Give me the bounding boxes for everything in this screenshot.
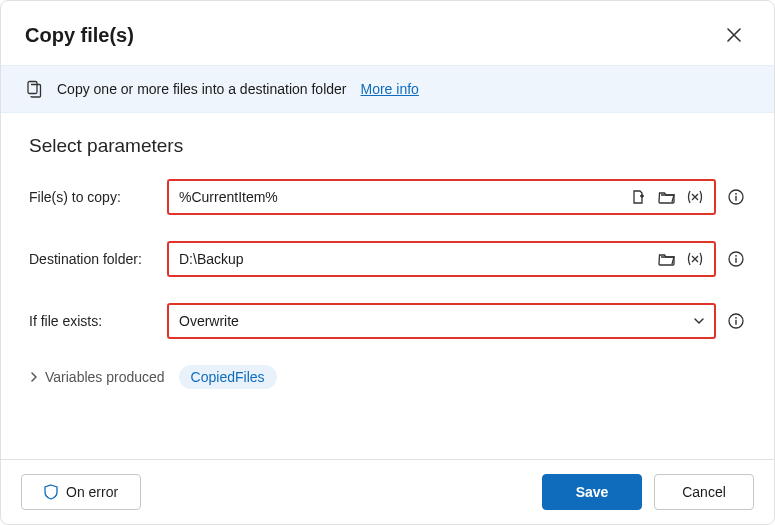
variable-picker-icon[interactable] <box>684 248 706 270</box>
svg-rect-0 <box>28 82 37 94</box>
info-banner: Copy one or more files into a destinatio… <box>1 65 774 113</box>
cancel-button[interactable]: Cancel <box>654 474 754 510</box>
file-picker-icon[interactable] <box>628 186 650 208</box>
svg-point-8 <box>735 317 737 319</box>
row-files-to-copy: File(s) to copy: %CurrentItem% <box>29 179 746 215</box>
dest-value: D:\Backup <box>179 251 656 267</box>
close-button[interactable] <box>718 19 750 51</box>
section-heading: Select parameters <box>29 135 746 157</box>
files-value: %CurrentItem% <box>179 189 628 205</box>
shield-icon <box>44 484 58 500</box>
variables-label: Variables produced <box>45 369 165 385</box>
chevron-right-icon <box>29 372 39 382</box>
files-field[interactable]: %CurrentItem% <box>167 179 716 215</box>
files-info-icon[interactable] <box>726 187 746 207</box>
row-if-file-exists: If file exists: Overwrite <box>29 303 746 339</box>
more-info-link[interactable]: More info <box>361 81 419 97</box>
svg-rect-6 <box>735 258 736 263</box>
dest-field-icons <box>656 248 706 270</box>
folder-picker-icon[interactable] <box>656 186 678 208</box>
svg-point-2 <box>735 193 737 195</box>
save-label: Save <box>576 484 609 500</box>
exists-select[interactable]: Overwrite <box>167 303 716 339</box>
titlebar: Copy file(s) <box>1 1 774 65</box>
svg-rect-3 <box>735 196 736 201</box>
dest-info-icon[interactable] <box>726 249 746 269</box>
variables-produced-row: Variables produced CopiedFiles <box>29 365 746 389</box>
exists-value: Overwrite <box>179 313 692 329</box>
on-error-button[interactable]: On error <box>21 474 141 510</box>
content-area: Select parameters File(s) to copy: %Curr… <box>1 113 774 459</box>
exists-label: If file exists: <box>29 313 157 329</box>
variables-expander[interactable]: Variables produced <box>29 369 165 385</box>
banner-text: Copy one or more files into a destinatio… <box>57 81 347 97</box>
dialog-footer: On error Save Cancel <box>1 459 774 524</box>
dest-field[interactable]: D:\Backup <box>167 241 716 277</box>
save-button[interactable]: Save <box>542 474 642 510</box>
chevron-down-icon <box>692 314 706 328</box>
files-field-icons <box>628 186 706 208</box>
copy-files-dialog: Copy file(s) Copy one or more files into… <box>0 0 775 525</box>
on-error-label: On error <box>66 484 118 500</box>
svg-point-5 <box>735 255 737 257</box>
close-icon <box>727 28 741 42</box>
row-destination-folder: Destination folder: D:\Backup <box>29 241 746 277</box>
folder-picker-icon[interactable] <box>656 248 678 270</box>
exists-info-icon[interactable] <box>726 311 746 331</box>
cancel-label: Cancel <box>682 484 726 500</box>
variable-picker-icon[interactable] <box>684 186 706 208</box>
svg-rect-9 <box>735 320 736 325</box>
variable-chip[interactable]: CopiedFiles <box>179 365 277 389</box>
files-label: File(s) to copy: <box>29 189 157 205</box>
copy-icon <box>25 80 43 98</box>
dialog-title: Copy file(s) <box>25 24 718 47</box>
dest-label: Destination folder: <box>29 251 157 267</box>
